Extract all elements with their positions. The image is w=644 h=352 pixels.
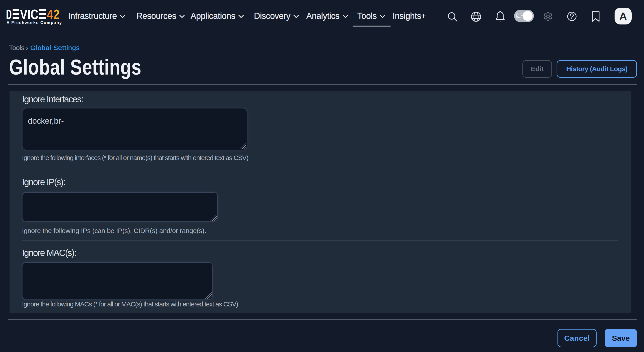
svg-text:D: D [6, 9, 12, 20]
svg-text:VIC: VIC [20, 9, 38, 20]
svg-text:2: 2 [54, 9, 60, 20]
svg-text:4: 4 [47, 9, 53, 20]
